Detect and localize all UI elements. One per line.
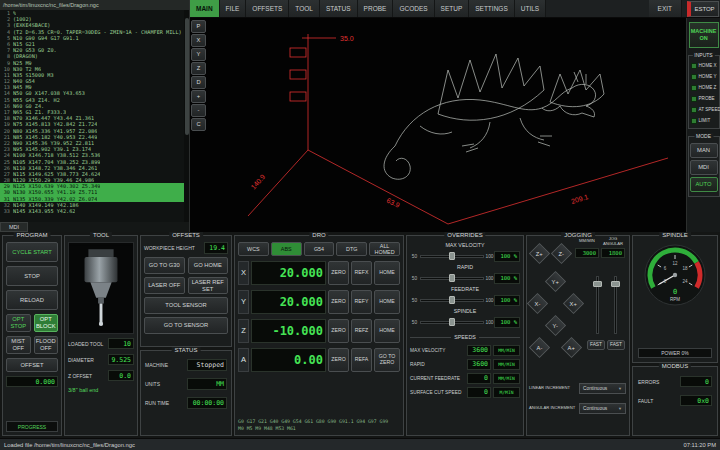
estop-button[interactable]: ESTOP — [687, 1, 719, 17]
menu-tab[interactable]: OFFSETS — [246, 0, 289, 17]
stop-button[interactable]: STOP — [6, 266, 58, 286]
override-slider[interactable] — [420, 251, 484, 261]
axis-letter: A — [238, 348, 249, 372]
menu-tab[interactable]: UTILS — [515, 0, 546, 17]
slider-handle[interactable] — [449, 318, 455, 326]
jog-y-minus-button[interactable]: Y- — [545, 315, 566, 336]
jogging-panel: JOGGING Z+ Z- MM/MIN 3000 JOG ANGULAR 18… — [526, 235, 630, 436]
goto-sensor-button[interactable]: GO TO SENSOR — [144, 317, 228, 334]
zero-button[interactable]: ZERO — [328, 290, 349, 314]
override-min: 50 — [410, 254, 419, 259]
menu-tab[interactable]: SETTINGS — [469, 0, 515, 17]
slider-handle[interactable] — [611, 281, 620, 287]
fast-angular-button[interactable]: FAST — [607, 340, 625, 350]
dro-tab[interactable]: ALL HOMED — [369, 242, 400, 256]
laser-button[interactable]: LASER OFF — [144, 277, 185, 294]
slider-handle[interactable] — [449, 252, 455, 260]
jog-linear-speed-slider[interactable] — [593, 276, 602, 334]
fast-linear-button[interactable]: FAST — [587, 340, 605, 350]
mode-button[interactable]: MAN — [690, 143, 718, 158]
jog-x-plus-button[interactable]: X+ — [563, 293, 584, 314]
home-button[interactable]: HOME — [374, 319, 400, 343]
override-min: 50 — [410, 276, 419, 281]
status-title: STATUS — [172, 347, 201, 353]
machine-on-button[interactable]: MACHINE ON — [689, 22, 719, 48]
loaded-tool-label: LOADED TOOL — [68, 341, 103, 347]
override-slider[interactable] — [420, 273, 484, 283]
view-button[interactable]: X — [191, 34, 206, 47]
go-home-button[interactable]: GO HOME — [188, 257, 229, 274]
opt-stop-button[interactable]: OPT STOP — [6, 314, 31, 332]
offset-button[interactable]: OFFSET — [6, 358, 58, 372]
laser-ref-set-button[interactable]: LASER REF SET — [188, 277, 229, 294]
menu-tab[interactable]: TOOL — [289, 0, 320, 17]
menu-tab[interactable]: FILE — [220, 0, 247, 17]
tool-sensor-button[interactable]: TOOL SENSOR — [144, 297, 228, 314]
home-button[interactable]: HOME — [374, 290, 400, 314]
menu-tab[interactable]: SETUP — [435, 0, 470, 17]
view-button[interactable]: D — [191, 76, 206, 89]
zero-button[interactable]: ZERO — [328, 348, 349, 372]
slider-handle[interactable] — [449, 296, 455, 304]
speed-label: SURFACE CUT SPEED — [410, 390, 465, 395]
jog-z-plus-button[interactable]: Z+ — [529, 243, 550, 264]
flood-button[interactable]: FLOOD OFF — [34, 336, 59, 354]
exit-button[interactable]: EXIT — [649, 0, 682, 17]
backplot-view[interactable]: PXYZD+-C 35.0 140.9 63.9 209.1 — [190, 18, 686, 232]
view-button[interactable]: + — [191, 90, 206, 103]
jog-linear-speed-value: 3000 — [575, 248, 599, 258]
menu-tab[interactable]: MAIN — [190, 0, 220, 17]
gcode-line[interactable]: 33N145 X143.955 Y42.62 — [0, 208, 184, 214]
mdi-tab[interactable]: MDI — [0, 222, 28, 232]
zero-button[interactable]: ZERO — [328, 261, 349, 285]
diameter-value: 9.525 — [108, 354, 134, 365]
menu-tab[interactable]: GCODES — [393, 0, 434, 17]
jog-y-plus-button[interactable]: Y+ — [545, 271, 566, 292]
jog-a-plus-button[interactable]: A+ — [561, 337, 582, 358]
slider-handle[interactable] — [593, 281, 602, 287]
speed-unit: MM/MIN — [493, 373, 520, 384]
zero-button[interactable]: ZERO — [328, 319, 349, 343]
ref-button[interactable]: REFZ — [351, 319, 372, 343]
angular-increment-select[interactable]: Continuous▼ — [579, 403, 626, 414]
menu-bar: MAINFILEOFFSETSTOOLSTATUSPROBEGCODESSETU… — [190, 0, 720, 18]
jog-x-minus-button[interactable]: X- — [527, 293, 548, 314]
slider-handle[interactable] — [449, 274, 455, 282]
dro-tab[interactable]: G54 — [304, 242, 335, 256]
ref-button[interactable]: REFX — [351, 261, 372, 285]
view-button[interactable]: C — [191, 118, 206, 131]
opt-block-button[interactable]: OPT BLOCK — [34, 314, 59, 332]
ref-button[interactable]: REFA — [351, 348, 372, 372]
diameter-label: DIAMETER — [68, 357, 94, 363]
dro-tab[interactable]: DTG — [336, 242, 367, 256]
menu-tab[interactable]: STATUS — [320, 0, 358, 17]
home-button[interactable]: GO TO ZERO — [374, 348, 400, 372]
ref-button[interactable]: REFY — [351, 290, 372, 314]
override-slider[interactable] — [420, 317, 484, 327]
cycle-start-button[interactable]: CYCLE START — [6, 242, 58, 262]
mode-button[interactable]: AUTO — [690, 177, 718, 192]
dro-tab[interactable]: WCS — [238, 242, 269, 256]
reload-button[interactable]: RELOAD — [6, 290, 58, 310]
mist-button[interactable]: MIST OFF — [6, 336, 31, 354]
view-button[interactable]: Z — [191, 62, 206, 75]
gcode-scrollbar[interactable] — [184, 10, 189, 222]
menu-tab[interactable]: PROBE — [358, 0, 394, 17]
dim-left-label: 140.9 — [250, 173, 267, 191]
jog-angular-speed-slider[interactable] — [611, 276, 620, 334]
axis-position-readout: 20.000 — [251, 261, 326, 285]
speed-row: RAPID 3600 MM/MIN — [410, 357, 520, 371]
jog-z-minus-button[interactable]: Z- — [551, 243, 572, 264]
view-button[interactable]: Y — [191, 48, 206, 61]
jog-a-minus-button[interactable]: A- — [529, 337, 550, 358]
mode-button[interactable]: MDI — [690, 160, 718, 175]
override-slider[interactable] — [420, 295, 484, 305]
linear-increment-select[interactable]: Continuous▼ — [579, 383, 626, 394]
dro-tab[interactable]: ABS — [271, 242, 302, 256]
view-button[interactable]: - — [191, 104, 206, 117]
gcode-scrollbar-thumb[interactable] — [185, 18, 189, 135]
goto-g30-button[interactable]: GO TO G30 — [144, 257, 185, 274]
gcode-list[interactable]: 1% 2(1002) 3(EXKE4SBACE) 4(T2 D=6.35 CR=… — [0, 10, 184, 222]
view-button[interactable]: P — [191, 20, 206, 33]
home-button[interactable]: HOME — [374, 261, 400, 285]
